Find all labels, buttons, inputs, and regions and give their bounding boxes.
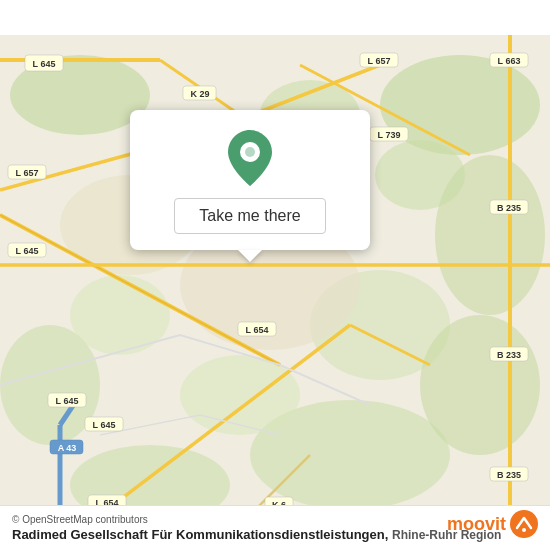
svg-text:B 235: B 235 — [497, 203, 521, 213]
take-me-there-button[interactable]: Take me there — [174, 198, 325, 234]
location-popup: Take me there — [130, 110, 370, 250]
svg-text:B 233: B 233 — [497, 350, 521, 360]
pin-wrapper — [228, 130, 272, 186]
svg-text:B 235: B 235 — [497, 470, 521, 480]
map-container: L 645 K 29 L 657 L 663 L 657 L 739 B 235… — [0, 0, 550, 550]
svg-text:L 645: L 645 — [16, 246, 39, 256]
svg-point-10 — [375, 140, 465, 210]
svg-text:L 739: L 739 — [378, 130, 401, 140]
svg-text:L 645: L 645 — [93, 420, 116, 430]
attribution-bar: © OpenStreetMap contributors Radimed Ges… — [0, 505, 550, 550]
moovit-logo: moovit — [447, 510, 538, 538]
svg-point-68 — [245, 147, 255, 157]
svg-point-13 — [70, 275, 170, 355]
map-pin-icon — [228, 130, 272, 186]
svg-text:L 645: L 645 — [33, 59, 56, 69]
svg-text:L 663: L 663 — [498, 56, 521, 66]
svg-text:L 645: L 645 — [56, 396, 79, 406]
svg-text:A 43: A 43 — [58, 443, 77, 453]
svg-text:L 657: L 657 — [368, 56, 391, 66]
svg-text:L 657: L 657 — [16, 168, 39, 178]
svg-text:L 654: L 654 — [246, 325, 269, 335]
moovit-icon — [510, 510, 538, 538]
svg-text:K 29: K 29 — [190, 89, 209, 99]
svg-point-12 — [180, 355, 300, 435]
map-background: L 645 K 29 L 657 L 663 L 657 L 739 B 235… — [0, 0, 550, 550]
moovit-brand-text: moovit — [447, 514, 506, 535]
svg-point-69 — [522, 528, 526, 532]
